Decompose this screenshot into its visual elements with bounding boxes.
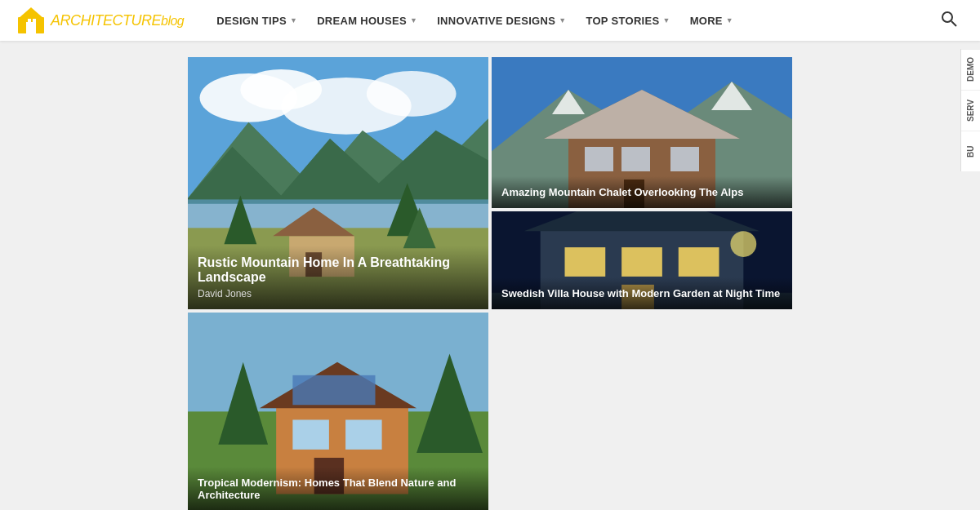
chevron-down-icon: ▼ — [726, 16, 733, 24]
nav-design-tips-label: DESIGN TIPS — [216, 15, 287, 27]
svg-rect-38 — [621, 247, 662, 277]
svg-rect-49 — [292, 419, 328, 449]
hero-tropical-title: Tropical Modernism: Homes That Blend Nat… — [198, 477, 479, 501]
hero-chalet-overlay: Amazing Mountain Chalet Overlooking The … — [492, 176, 792, 208]
side-panel-serv[interactable]: SERV — [961, 90, 980, 131]
logo[interactable]: ARCHITECTUREblog — [16, 6, 184, 35]
search-icon — [941, 11, 957, 27]
nav-top-stories-label: TOP STORIES — [586, 15, 659, 27]
side-panel: DEMO SERV BU — [960, 49, 980, 171]
svg-marker-1 — [18, 7, 44, 19]
svg-line-6 — [951, 21, 956, 26]
hero-chalet-title: Amazing Mountain Chalet Overlooking The … — [501, 186, 782, 198]
logo-icon — [16, 6, 46, 35]
svg-rect-30 — [621, 147, 650, 171]
svg-rect-48 — [292, 375, 375, 405]
chevron-down-icon: ▼ — [662, 16, 670, 24]
side-panel-bu[interactable]: BU — [961, 131, 980, 171]
nav-top-stories[interactable]: TOP STORIES ▼ — [577, 10, 678, 32]
svg-rect-29 — [585, 147, 613, 171]
header: ARCHITECTUREblog DESIGN TIPS ▼ DREAM HOU… — [0, 0, 980, 41]
nav-dream-houses-label: DREAM HOUSES — [317, 15, 407, 27]
hero-main-overlay: Rustic Mountain Home In A Breathtaking L… — [188, 246, 488, 309]
logo-text: ARCHITECTUREblog — [51, 12, 184, 29]
nav-more-label: MORE — [690, 15, 723, 27]
hero-night-overlay: Swedish Villa House with Modern Garden a… — [492, 277, 792, 309]
chevron-down-icon: ▼ — [410, 16, 417, 24]
svg-rect-31 — [670, 147, 699, 171]
hero-tropical[interactable]: Tropical Modernism: Homes That Blend Nat… — [188, 313, 488, 510]
hero-main-author: David Jones — [198, 288, 479, 299]
svg-rect-2 — [26, 22, 36, 33]
svg-rect-3 — [28, 19, 31, 22]
hero-night-title: Swedish Villa House with Modern Garden a… — [501, 287, 782, 299]
main-nav: DESIGN TIPS ▼ DREAM HOUSES ▼ INNOVATIVE … — [208, 10, 934, 32]
svg-rect-50 — [345, 419, 381, 449]
svg-point-11 — [367, 71, 457, 117]
logo-main-text: ARCHITECTURE — [51, 12, 161, 29]
svg-rect-39 — [679, 247, 719, 277]
chevron-down-icon: ▼ — [290, 16, 297, 24]
hero-main-title: Rustic Mountain Home In A Breathtaking L… — [198, 255, 479, 285]
svg-point-5 — [942, 12, 952, 22]
search-button[interactable] — [934, 4, 964, 37]
hero-chalet[interactable]: Amazing Mountain Chalet Overlooking The … — [492, 57, 792, 208]
svg-point-41 — [730, 231, 756, 257]
side-panel-demo[interactable]: DEMO — [961, 49, 980, 90]
svg-rect-4 — [33, 19, 36, 22]
nav-design-tips[interactable]: DESIGN TIPS ▼ — [208, 10, 305, 32]
svg-rect-37 — [565, 247, 606, 277]
chevron-down-icon: ▼ — [559, 16, 566, 24]
main-content: Rustic Mountain Home In A Breathtaking L… — [0, 41, 980, 510]
nav-more[interactable]: MORE ▼ — [682, 10, 742, 32]
nav-innovative-designs[interactable]: INNOVATIVE DESIGNS ▼ — [429, 10, 574, 32]
nav-innovative-designs-label: INNOVATIVE DESIGNS — [437, 15, 555, 27]
logo-sub-text: blog — [161, 14, 184, 28]
hero-main[interactable]: Rustic Mountain Home In A Breathtaking L… — [188, 57, 488, 309]
hero-grid: Rustic Mountain Home In A Breathtaking L… — [188, 57, 792, 510]
hero-night[interactable]: Swedish Villa House with Modern Garden a… — [492, 211, 792, 309]
hero-tropical-overlay: Tropical Modernism: Homes That Blend Nat… — [188, 467, 488, 510]
nav-dream-houses[interactable]: DREAM HOUSES ▼ — [309, 10, 425, 32]
